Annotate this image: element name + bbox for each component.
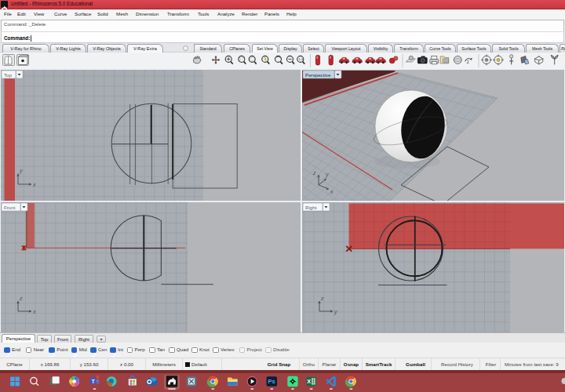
svg-text:z: z [312,170,316,176]
svg-text:X: X [307,378,311,385]
svg-text:x: x [32,309,36,314]
svg-text:Perspective: Perspective [305,72,331,78]
svg-text:Front: Front [4,205,16,210]
svg-text:y: y [334,309,337,315]
svg-text:z: z [19,296,23,301]
svg-text:Top: Top [4,72,13,78]
svg-text:y: y [19,168,23,174]
svg-text:x: x [330,189,334,194]
svg-text:1:1: 1:1 [299,57,304,61]
svg-text:y: y [325,172,329,178]
svg-text:2: 2 [467,60,469,64]
svg-text:Right: Right [305,205,317,210]
svg-text:Ps: Ps [268,378,275,385]
svg-text:z: z [320,296,324,301]
svg-text:x: x [32,182,36,187]
svg-text:T: T [92,378,95,383]
